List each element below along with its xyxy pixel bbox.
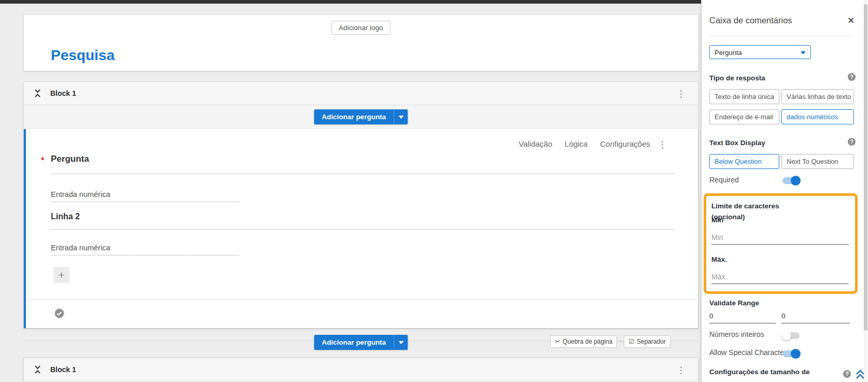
min-input[interactable]: Min (711, 233, 849, 245)
chevron-down-icon (398, 116, 403, 119)
page-break-button[interactable]: ✂ Quebra de página (550, 335, 617, 348)
top-bar (0, 0, 701, 4)
help-icon[interactable]: ? (843, 370, 851, 378)
verified-badge-icon[interactable] (54, 308, 65, 319)
sidebar-scrollbar[interactable] (864, 0, 867, 382)
range-min-input[interactable]: 0 (709, 312, 776, 323)
separator-button[interactable]: ☑ Separador (624, 335, 670, 348)
display-below-question[interactable]: Below Question (709, 154, 779, 169)
add-question-row: Adicionar pergunta (24, 105, 698, 129)
required-asterisk: * (41, 156, 44, 165)
add-logo-button[interactable]: Adicionar logo (331, 21, 390, 35)
block-1: Block 1 Adicionar pergunta Validação Lóg… (23, 81, 698, 328)
add-question-dropdown[interactable] (394, 335, 408, 350)
numeric-entry-field-2[interactable]: Entrada numérica (51, 244, 239, 256)
question-tabs: Validação Lógica Configurações (519, 139, 650, 148)
add-question-button-2[interactable]: Adicionar pergunta (314, 335, 408, 350)
tab-validation[interactable]: Validação (519, 139, 552, 148)
divider-line (709, 36, 853, 36)
display-next-to-question[interactable]: Next To Question (781, 154, 854, 169)
block-title[interactable]: Block 1 (50, 365, 76, 374)
validate-range-label: Validate Range (709, 299, 759, 307)
required-label: Required (709, 176, 739, 184)
add-question-dropdown[interactable] (394, 109, 408, 124)
response-type-label: Tipo de resposta (709, 74, 765, 82)
required-toggle[interactable] (782, 177, 800, 184)
chevron-down-icon (801, 51, 806, 54)
char-limit-highlight-box: Limite de caracteres (opcional) Min Min … (704, 193, 858, 294)
response-type-email[interactable]: Endereço de e-mail (709, 109, 779, 124)
checkbox-icon: ☑ (628, 338, 634, 345)
response-type-single-line[interactable]: Texto de linha única (709, 89, 779, 104)
block-1-header: Block 1 (24, 82, 698, 105)
max-input[interactable]: Máx. (711, 273, 849, 284)
special-characters-label: Allow Special Characters (709, 348, 790, 357)
block-transition-buttons: ✂ Quebra de página ☑ Separador (550, 335, 670, 348)
kebab-menu-icon[interactable] (677, 365, 684, 375)
toggle-knob (781, 331, 791, 341)
response-type-numeric[interactable]: dados numéricos (781, 109, 854, 124)
text-box-display-label: Text Box Display (709, 139, 765, 147)
survey-header-card: Adicionar logo Pesquisa (23, 15, 698, 71)
range-max-input[interactable]: 0 (781, 312, 850, 323)
max-label: Máx. (711, 256, 727, 263)
whole-numbers-label: Números inteiros (709, 330, 764, 338)
special-characters-toggle[interactable] (782, 350, 800, 357)
survey-canvas: Adicionar logo Pesquisa Block 1 Adiciona… (0, 0, 701, 382)
whole-numbers-toggle[interactable] (782, 332, 800, 339)
tab-settings[interactable]: Configurações (600, 139, 650, 148)
question-card[interactable]: Validação Lógica Configurações * Pergunt… (24, 129, 698, 328)
numeric-entry-field-1[interactable]: Entrada numérica (51, 190, 239, 202)
survey-title[interactable]: Pesquisa (51, 47, 115, 64)
toggle-knob (791, 349, 801, 359)
settings-panel: Caixa de comentários ✕ Pergunta Tipo de … (701, 0, 868, 382)
response-type-multi-line[interactable]: Várias linhas de texto (781, 89, 854, 104)
block-2: Block 1 (23, 358, 698, 382)
help-icon[interactable]: ? (848, 138, 856, 146)
add-line-button[interactable]: + (53, 267, 69, 283)
help-icon[interactable]: ? (848, 73, 856, 81)
kebab-menu-icon[interactable] (677, 89, 684, 99)
block-2-header: Block 1 (24, 358, 698, 381)
block-title[interactable]: Block 1 (50, 89, 76, 97)
add-question-label[interactable]: Adicionar pergunta (314, 335, 394, 350)
add-question-button[interactable]: Adicionar pergunta (314, 109, 408, 124)
question-title-field[interactable]: Pergunta (51, 154, 675, 174)
panel-title: Caixa de comentários (709, 16, 792, 25)
scrollbar-thumb[interactable] (864, 4, 867, 331)
question-kebab-menu-icon[interactable] (659, 139, 666, 150)
divider-line (617, 342, 624, 342)
question-footer-divider (26, 299, 698, 300)
question-line2-field[interactable]: Linha 2 (51, 212, 675, 230)
char-limit-label-line1: Limite de caracteres (711, 202, 779, 210)
selected-value: Pergunta (715, 49, 742, 56)
toggle-knob (791, 176, 801, 186)
min-label: Min (711, 216, 723, 224)
chevron-down-icon (398, 341, 403, 344)
collapse-block-icon[interactable] (34, 88, 41, 98)
close-icon[interactable]: ✕ (848, 16, 855, 25)
block-footer-row: Adicionar pergunta ✂ Quebra de página ☑ … (23, 328, 698, 358)
scissors-icon: ✂ (555, 338, 560, 345)
tab-logic[interactable]: Lógica (565, 139, 587, 148)
question-type-select[interactable]: Pergunta (709, 45, 811, 59)
size-settings-label: Configurações de tamanho de (709, 368, 810, 376)
collapse-block-icon[interactable] (34, 364, 41, 375)
add-question-label[interactable]: Adicionar pergunta (314, 109, 394, 124)
